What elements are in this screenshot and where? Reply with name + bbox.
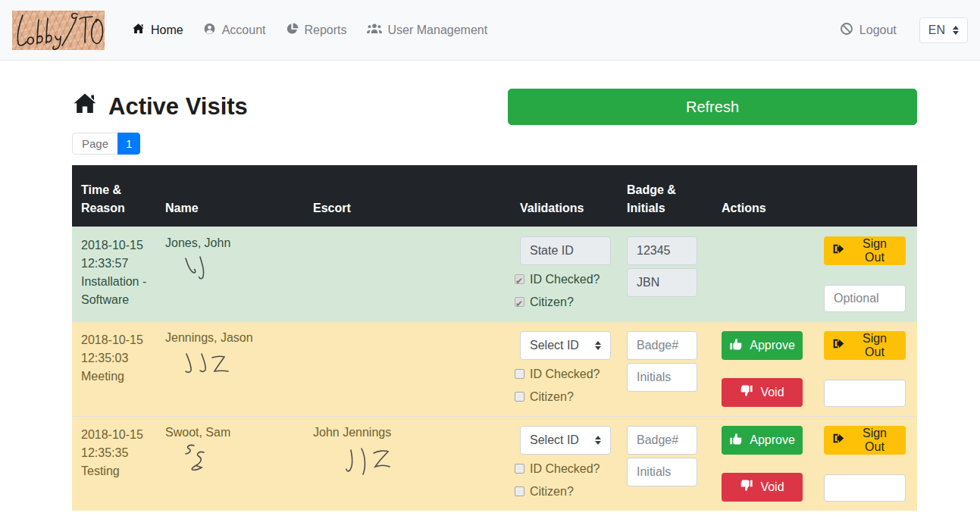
badge-number-input[interactable] xyxy=(627,426,697,455)
visitor-signature xyxy=(182,256,215,288)
chart-pie-icon xyxy=(286,23,299,38)
approve-void-cell: Approve Void xyxy=(712,416,815,511)
sign-out-icon xyxy=(831,432,844,448)
time-reason-cell: 2018-10-15 12:35:35 Testing xyxy=(72,416,156,511)
visit-time: 12:33:57 xyxy=(81,255,147,273)
id-checked-checkbox[interactable] xyxy=(515,274,524,284)
citizen-label: Citizen? xyxy=(530,483,574,500)
logo-handwriting xyxy=(12,11,105,50)
thumbs-down-icon xyxy=(740,384,753,401)
citizen-row: Citizen? xyxy=(515,389,609,405)
user-circle-icon xyxy=(203,23,216,38)
approve-button[interactable]: Approve xyxy=(722,331,803,360)
initials-input[interactable] xyxy=(627,458,697,486)
escort-signature xyxy=(345,447,398,485)
sign-out-label: Sign Out xyxy=(851,427,898,454)
col-header-escort: Escort xyxy=(304,165,511,227)
logout-link[interactable]: Logout xyxy=(832,16,904,45)
nav-item-account[interactable]: Account xyxy=(196,17,274,44)
id-type-select[interactable]: Select ID xyxy=(520,426,611,455)
citizen-row: Citizen? xyxy=(515,294,609,311)
signout-cell: Sign Out xyxy=(815,227,917,321)
sign-out-button[interactable]: Sign Out xyxy=(824,426,906,455)
approve-button[interactable]: Approve xyxy=(722,426,803,455)
validations-cell: Select ID ID Checked? Citizen? xyxy=(511,416,618,511)
navbar-right: Logout EN xyxy=(832,16,968,45)
citizen-checkbox[interactable] xyxy=(515,297,524,307)
time-reason-cell: 2018-10-15 12:33:57 Installation - Softw… xyxy=(72,227,156,321)
initials-input[interactable] xyxy=(627,363,697,392)
id-checked-checkbox[interactable] xyxy=(515,464,524,474)
thumbs-down-icon xyxy=(740,479,753,496)
void-button[interactable]: Void xyxy=(722,378,803,407)
time-reason-cell: 2018-10-15 12:35:03 Meeting xyxy=(72,321,156,416)
citizen-label: Citizen? xyxy=(530,389,574,405)
visit-row-pending: 2018-10-15 12:35:35 Testing Swoot, Sam J… xyxy=(72,416,917,511)
sign-out-label: Sign Out xyxy=(851,237,898,264)
sign-out-icon xyxy=(831,242,844,258)
initials-input[interactable] xyxy=(627,268,697,297)
id-checked-checkbox[interactable] xyxy=(515,369,524,379)
app-logo[interactable] xyxy=(12,11,105,50)
users-icon xyxy=(367,23,382,37)
nav-item-label: Account xyxy=(222,23,266,37)
home-icon xyxy=(132,23,145,38)
void-button[interactable]: Void xyxy=(722,473,803,502)
visit-time: 12:35:03 xyxy=(81,349,147,367)
pagination-label[interactable]: Page xyxy=(72,133,118,155)
citizen-label: Citizen? xyxy=(530,294,574,311)
nav-item-home[interactable]: Home xyxy=(124,17,191,44)
top-navbar: Home Account Reports xyxy=(0,0,980,61)
sign-out-button[interactable]: Sign Out xyxy=(824,236,906,265)
optional-note-input[interactable] xyxy=(824,285,906,312)
id-type-select[interactable]: Select ID xyxy=(520,331,611,360)
id-checked-label: ID Checked? xyxy=(530,461,600,477)
name-cell: Jennings, Jason xyxy=(156,321,304,416)
badge-initials-cell xyxy=(618,227,712,321)
select-arrows-icon xyxy=(953,26,959,35)
signout-cell: Sign Out xyxy=(815,321,917,416)
approve-label: Approve xyxy=(750,433,795,447)
id-type-display: State ID xyxy=(520,236,611,265)
escort-cell: John Jennings xyxy=(304,416,511,511)
approve-label: Approve xyxy=(750,339,795,352)
page-title: Active Visits xyxy=(72,92,248,122)
pagination: Page 1 xyxy=(72,133,140,155)
nav-item-reports[interactable]: Reports xyxy=(278,17,355,44)
citizen-checkbox[interactable] xyxy=(515,486,524,496)
id-checked-label: ID Checked? xyxy=(530,366,600,383)
citizen-row: Citizen? xyxy=(515,483,609,500)
select-arrows-icon xyxy=(595,341,601,350)
escort-cell xyxy=(304,227,511,321)
visit-date: 2018-10-15 xyxy=(81,236,147,255)
nav-item-user-management[interactable]: User Management xyxy=(359,17,496,43)
approve-void-cell: Approve Void xyxy=(712,321,815,416)
note-input[interactable] xyxy=(824,474,906,502)
language-select[interactable]: EN xyxy=(919,17,968,43)
sign-out-button[interactable]: Sign Out xyxy=(824,331,906,360)
id-type-select-value: Select ID xyxy=(530,339,579,352)
thumbs-up-icon xyxy=(729,432,743,449)
badge-number-input[interactable] xyxy=(627,236,697,265)
col-header-time-reason: Time & Reason xyxy=(72,165,156,227)
name-cell: Swoot, Sam xyxy=(156,416,304,511)
void-label: Void xyxy=(760,386,784,399)
id-checked-label: ID Checked? xyxy=(530,271,600,288)
sign-out-icon xyxy=(831,337,844,353)
page-title-text: Active Visits xyxy=(108,93,248,120)
badge-number-input[interactable] xyxy=(627,331,697,360)
refresh-button[interactable]: Refresh xyxy=(508,89,917,125)
approve-void-cell xyxy=(712,227,815,321)
col-header-badge-initials: Badge & Initials xyxy=(618,165,712,227)
language-value: EN xyxy=(928,23,945,37)
validations-cell: State ID ID Checked? Citizen? xyxy=(511,227,618,321)
main-nav: Home Account Reports xyxy=(124,17,495,44)
escort-name: John Jennings xyxy=(313,426,502,439)
visit-reason: Installation - Software xyxy=(81,273,147,309)
ban-icon xyxy=(840,22,853,39)
note-input[interactable] xyxy=(824,380,906,407)
logout-label: Logout xyxy=(859,23,897,37)
citizen-checkbox[interactable] xyxy=(515,392,524,402)
nav-item-label: Home xyxy=(151,23,183,37)
pagination-page-1[interactable]: 1 xyxy=(117,133,140,155)
